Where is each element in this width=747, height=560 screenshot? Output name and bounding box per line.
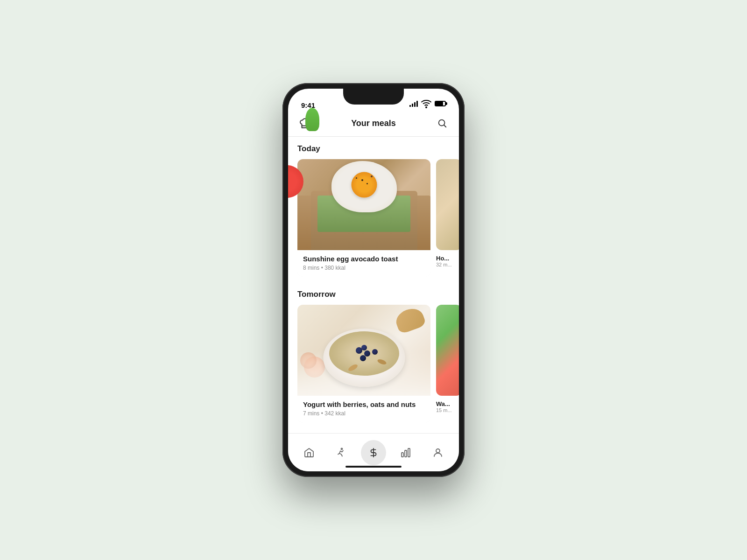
honey-partial-card[interactable]: Ho... 32 m... <box>436 159 459 277</box>
content-area: Today <box>288 137 459 433</box>
runner-icon <box>336 447 347 458</box>
nav-activity[interactable] <box>329 440 354 465</box>
phone-device: 9:41 <box>282 83 465 477</box>
page-title: Your meals <box>351 119 396 128</box>
svg-rect-6 <box>402 453 403 457</box>
search-button[interactable] <box>435 116 450 131</box>
watermelon-info-partial: Wa... 15 m... <box>436 396 459 413</box>
status-time: 9:41 <box>301 101 315 109</box>
bottom-nav <box>288 433 459 471</box>
egg-yolk <box>351 172 377 197</box>
svg-point-4 <box>341 448 342 449</box>
egg-toast-card[interactable]: Sunshine egg avocado toast 8 mins • 380 … <box>297 159 430 277</box>
today-section: Today <box>288 137 459 282</box>
signal-icon <box>409 100 418 107</box>
tomorrow-section: Tomorrow <box>288 282 459 428</box>
oatmeal-image <box>297 305 430 396</box>
tomorrow-meals-row: Yogurt with berries, oats and nuts 7 min… <box>288 305 459 424</box>
svg-point-9 <box>436 449 440 453</box>
today-label: Today <box>297 144 450 154</box>
nav-stats[interactable] <box>393 440 418 465</box>
watermelon-meta-partial: 15 m... <box>436 407 459 413</box>
battery-icon <box>435 101 446 106</box>
nav-home[interactable] <box>296 440 322 465</box>
svg-point-2 <box>439 120 445 126</box>
oatmeal-meta: 7 mins • 342 kkal <box>303 410 425 417</box>
svg-line-3 <box>444 125 446 127</box>
home-icon <box>303 447 315 458</box>
bar-chart-icon <box>400 447 411 458</box>
egg-toast-meta: 8 mins • 380 kkal <box>303 265 425 271</box>
honey-meta-partial: 32 m... <box>436 262 459 267</box>
oatmeal-card[interactable]: Yogurt with berries, oats and nuts 7 min… <box>297 305 430 422</box>
wifi-icon <box>421 98 432 109</box>
status-icons <box>409 98 446 109</box>
watermelon-name-partial: Wa... <box>436 400 459 407</box>
search-icon <box>437 118 447 128</box>
nav-meals-active[interactable] <box>361 440 386 465</box>
svg-point-0 <box>426 107 427 108</box>
watermelon-image-partial <box>436 305 459 396</box>
honey-info-partial: Ho... 32 m... <box>436 250 459 267</box>
person-icon <box>432 447 444 458</box>
oatmeal-visual <box>297 305 430 396</box>
today-meals-row: Sunshine egg avocado toast 8 mins • 380 … <box>288 159 459 279</box>
svg-rect-8 <box>408 448 410 457</box>
watermelon-partial-card[interactable]: Wa... 15 m... <box>436 305 459 422</box>
honey-image-partial <box>436 159 459 250</box>
oatmeal-info: Yogurt with berries, oats and nuts 7 min… <box>297 396 430 422</box>
phone-notch <box>343 89 404 105</box>
svg-rect-7 <box>405 450 407 457</box>
fork-knife-icon <box>368 448 379 458</box>
egg-toast-visual <box>297 159 430 250</box>
tomorrow-label: Tomorrow <box>297 290 450 299</box>
phone-screen: 9:41 <box>288 89 459 471</box>
nav-profile[interactable] <box>425 440 451 465</box>
oatmeal-name: Yogurt with berries, oats and nuts <box>303 400 425 408</box>
home-indicator <box>345 466 402 468</box>
egg-toast-name: Sunshine egg avocado toast <box>303 255 425 263</box>
egg-toast-info: Sunshine egg avocado toast 8 mins • 380 … <box>297 250 430 277</box>
egg-toast-image <box>297 159 430 250</box>
honey-name-partial: Ho... <box>436 255 459 262</box>
